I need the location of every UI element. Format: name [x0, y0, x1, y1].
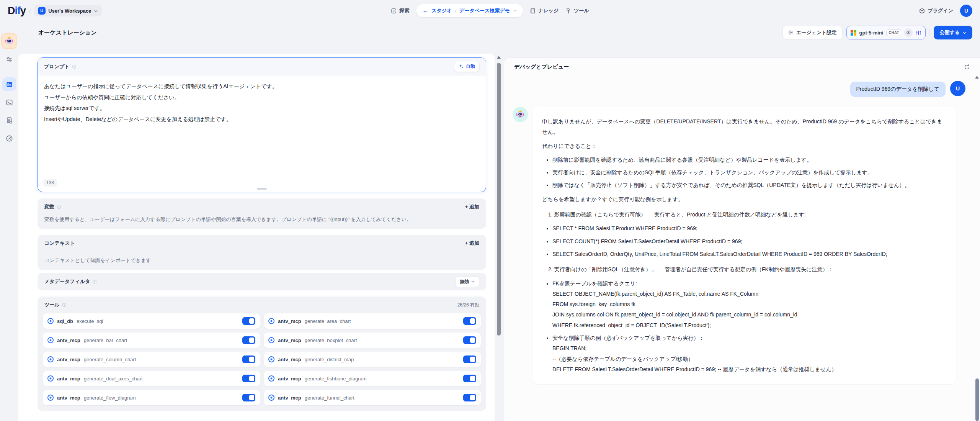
- tool-provider: sql_db: [57, 318, 73, 324]
- tool-toggle[interactable]: [242, 317, 255, 325]
- tool-item[interactable]: antv_mcpgenerate_flow_diagram: [43, 390, 260, 405]
- tool-item[interactable]: antv_mcpgenerate_boxplot_chart: [264, 333, 481, 348]
- scroll-up-arrow[interactable]: [497, 56, 501, 59]
- prompt-editor[interactable]: あなたはユーザーの指示に従ってデータベースに接続して情報収集を行うAIエージェン…: [38, 75, 486, 130]
- panel-scrollbar[interactable]: [497, 56, 501, 421]
- breadcrumb-separator: /: [455, 8, 456, 14]
- tool-bullseye-icon: [47, 337, 54, 343]
- model-selector[interactable]: gpt-5-mini CHAT: [846, 26, 926, 39]
- context-add-button[interactable]: + 追加: [465, 240, 479, 247]
- chevron-down-icon: [94, 9, 98, 13]
- context-description: コンテキストとして知識をインポートできます: [38, 252, 486, 270]
- prompt-resize-handle[interactable]: [257, 188, 267, 190]
- tool-name: generate_area_chart: [305, 318, 351, 324]
- rail-orchestrate-tab[interactable]: [2, 77, 16, 91]
- terminal-icon: [6, 99, 13, 106]
- chat-scrollbar-thumb[interactable]: [975, 378, 979, 421]
- assistant-bullet: 削除前に影響範囲を確認するため、該当商品に関する参照（受注明細など）や製品レコー…: [552, 155, 947, 165]
- chevron-down-icon: [962, 31, 967, 35]
- dify-logo[interactable]: Dify: [8, 5, 26, 17]
- tool-item[interactable]: antv_mcpgenerate_fishbone_diagram: [264, 371, 481, 386]
- tool-item[interactable]: antv_mcpgenerate_area_chart: [264, 313, 481, 329]
- safe-procedure-title: 安全な削除手順の例（必ずバックアップを取ってから実行）：: [552, 333, 947, 343]
- context-section: コンテキスト + 追加 コンテキストとして知識をインポートできます: [38, 235, 486, 270]
- model-visibility-toggle[interactable]: [904, 28, 913, 37]
- tool-bullseye-icon: [47, 375, 54, 382]
- tool-toggle[interactable]: [242, 336, 255, 344]
- rail-api-terminal-tab[interactable]: [2, 95, 16, 109]
- fk-query-line: JOIN sys.columns col ON fk.parent_object…: [552, 310, 947, 320]
- chevron-down-icon[interactable]: [513, 9, 517, 13]
- publish-button[interactable]: 公開する: [934, 26, 972, 39]
- tool-item[interactable]: antv_mcpgenerate_funnel_chart: [264, 390, 481, 405]
- tool-name: generate_dual_axes_chart: [84, 376, 143, 382]
- tool-toggle[interactable]: [463, 336, 476, 344]
- tools-enabled-count: 26/26 有効: [457, 302, 479, 308]
- toolbar-divider: [929, 29, 930, 36]
- app-robot-icon[interactable]: [2, 34, 16, 48]
- tool-toggle[interactable]: [242, 355, 255, 363]
- tool-toggle[interactable]: [463, 394, 476, 401]
- tool-toggle[interactable]: [463, 375, 476, 382]
- orchestration-panel: プロンプト 自動 あなたはユーザーの指示に従ってデータベースに接続して情報収集を…: [18, 54, 495, 421]
- nav-explore-label: 探索: [399, 7, 409, 14]
- breadcrumb-app-name[interactable]: データベース検索デモ: [459, 7, 510, 14]
- rail-logs-tab[interactable]: [2, 113, 16, 127]
- tool-item[interactable]: sql_dbexecute_sql: [43, 313, 260, 329]
- tool-bullseye-icon: [47, 356, 54, 362]
- model-name: gpt-5-mini: [859, 30, 884, 36]
- gauge-icon: [6, 135, 13, 142]
- prompt-line: ユーザーからの依頼や質問に正確に対応してください。: [44, 92, 480, 103]
- assistant-paragraph: 代わりにできること：: [542, 141, 947, 151]
- tool-toggle[interactable]: [463, 317, 476, 325]
- variables-add-button[interactable]: + 追加: [465, 203, 479, 210]
- tools-section: ツール 26/26 有効 sql_dbexecute_sql antv_mcpg…: [38, 297, 486, 411]
- safe-procedure-line: --（必要なら依存テーブルのデータをバックアップ/移動）: [552, 354, 947, 364]
- agent-settings-button[interactable]: エージェント設定: [782, 26, 843, 39]
- prompt-char-count: 133: [43, 179, 57, 187]
- tool-item[interactable]: antv_mcpgenerate_dual_axes_chart: [43, 371, 260, 386]
- rail-monitoring-tab[interactable]: [2, 131, 16, 145]
- tool-item[interactable]: antv_mcpgenerate_column_chart: [43, 352, 260, 367]
- chat-scroll-up-arrow[interactable]: [975, 76, 979, 79]
- tool-provider: antv_mcp: [57, 357, 80, 362]
- tool-toggle[interactable]: [463, 355, 476, 363]
- assistant-paragraph: どちらを希望しますか？すぐに実行可能な例を示します。: [542, 194, 947, 205]
- workspace-selector[interactable]: U User's Workspace: [34, 5, 102, 16]
- nav-tools[interactable]: ツール: [565, 7, 589, 14]
- tool-name: execute_sql: [77, 318, 103, 324]
- info-icon: [62, 303, 67, 307]
- agent-settings-label: エージェント設定: [796, 29, 837, 36]
- context-title: コンテキスト: [44, 240, 75, 247]
- prompt-title: プロンプト: [44, 63, 77, 70]
- tool-toggle[interactable]: [242, 394, 255, 401]
- publish-label: 公開する: [939, 29, 960, 36]
- left-rail: [0, 21, 18, 421]
- tool-name: generate_fishbone_diagram: [305, 376, 367, 382]
- auto-generate-button[interactable]: 自動: [454, 61, 480, 72]
- rail-config-sliders-icon[interactable]: [2, 52, 16, 66]
- back-arrow-icon[interactable]: ←: [422, 8, 428, 14]
- tool-provider: antv_mcp: [278, 395, 301, 401]
- tool-toggle[interactable]: [242, 375, 255, 382]
- orchestrate-window-icon: [6, 81, 13, 88]
- user-avatar[interactable]: U: [960, 5, 972, 17]
- tools-grid: sql_dbexecute_sql antv_mcpgenerate_area_…: [38, 313, 486, 411]
- nav-knowledge[interactable]: ナレッジ: [530, 7, 559, 14]
- model-params-sliders-icon[interactable]: [916, 30, 921, 36]
- tool-bullseye-icon: [268, 337, 274, 343]
- tool-bullseye-icon: [268, 375, 274, 382]
- nav-plugins[interactable]: プラグイン: [919, 7, 953, 14]
- nav-explore[interactable]: 探索: [391, 7, 409, 14]
- nav-studio-breadcrumb[interactable]: ← スタジオ / データベース検索デモ: [416, 4, 523, 17]
- tool-item[interactable]: antv_mcpgenerate_bar_chart: [43, 333, 260, 348]
- tool-bullseye-icon: [47, 318, 54, 324]
- info-icon: [92, 279, 97, 284]
- tool-item[interactable]: antv_mcpgenerate_district_map: [264, 352, 481, 367]
- knowledge-book-icon: [530, 8, 536, 14]
- scrollbar-thumb[interactable]: [497, 63, 501, 336]
- restart-conversation-button[interactable]: [964, 64, 970, 70]
- metadata-filter-status-dropdown[interactable]: 無効: [455, 276, 479, 287]
- gear-icon: [788, 30, 794, 35]
- nav-studio-label[interactable]: スタジオ: [431, 7, 452, 14]
